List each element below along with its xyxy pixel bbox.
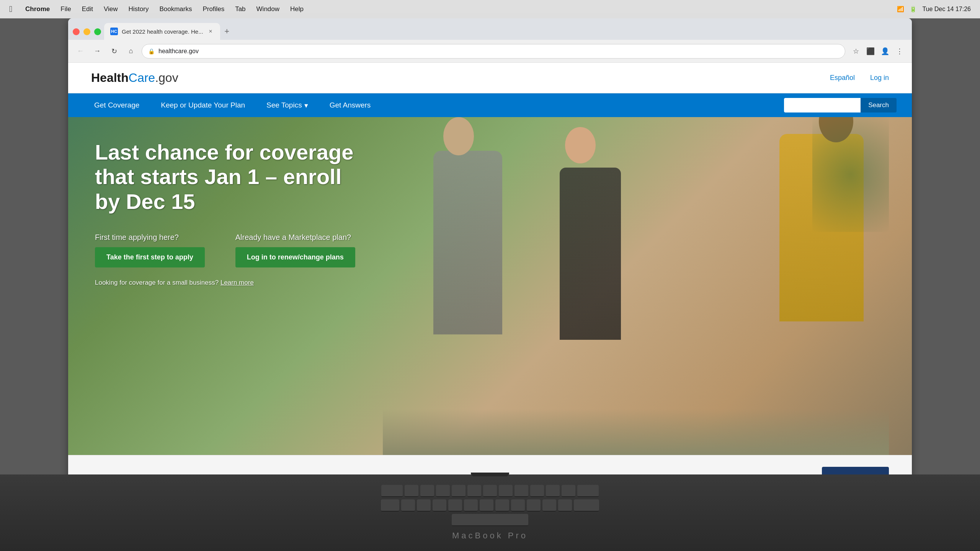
lock-icon: 🔒	[148, 48, 155, 54]
bookmark-star-icon[interactable]: ☆	[850, 45, 862, 57]
menubar-right: 📶 🔋 Tue Dec 14 17:26	[897, 6, 971, 13]
nav-get-answers[interactable]: Get Answers	[319, 93, 382, 117]
key	[530, 485, 544, 497]
existing-plan-label: Already have a Marketplace plan?	[235, 233, 355, 242]
logo-care: Care	[129, 71, 155, 85]
small-business-learn-more-link[interactable]: Learn more	[220, 279, 254, 286]
nav-see-topics[interactable]: See Topics ▾	[256, 93, 319, 117]
key	[514, 485, 528, 497]
back-button[interactable]: ←	[74, 45, 87, 57]
browser-window: HC Get 2022 health coverage. He... ✕ + ←…	[68, 18, 912, 500]
login-link[interactable]: Log in	[870, 74, 889, 82]
site-header: HealthCare.gov Español Log in	[68, 63, 912, 93]
key	[546, 485, 560, 497]
window-controls	[73, 28, 104, 40]
address-bar[interactable]: 🔒 healthcare.gov	[142, 44, 845, 59]
close-window-btn[interactable]	[73, 28, 80, 35]
menubar-edit[interactable]: Edit	[77, 4, 98, 15]
wifi-icon: 📶	[897, 6, 904, 13]
address-text: healthcare.gov	[158, 48, 199, 55]
key	[464, 499, 478, 512]
key	[483, 485, 497, 497]
maximize-window-btn[interactable]	[94, 28, 101, 35]
extensions-icon[interactable]: ⬛	[864, 45, 877, 57]
search-button[interactable]: Search	[861, 98, 897, 112]
tab-bar: HC Get 2022 health coverage. He... ✕ +	[68, 18, 912, 40]
menubar-clock: Tue Dec 14 17:26	[922, 6, 971, 13]
tab-title-text: Get 2022 health coverage. He...	[122, 28, 203, 35]
menubar-chrome[interactable]: Chrome	[20, 4, 55, 15]
menu-icon[interactable]: ⋮	[893, 45, 906, 57]
spacebar-key	[452, 514, 528, 526]
logo-health: Health	[91, 71, 129, 85]
menubar-history[interactable]: History	[123, 4, 154, 15]
menubar-view[interactable]: View	[98, 4, 123, 15]
key	[405, 485, 418, 497]
key	[574, 499, 599, 512]
search-input[interactable]	[784, 98, 861, 112]
profile-icon[interactable]: 👤	[879, 45, 891, 57]
key	[436, 485, 450, 497]
key	[558, 499, 572, 512]
home-button[interactable]: ⌂	[125, 45, 137, 57]
search-bar: Search	[784, 98, 897, 112]
site-nav: Get Coverage Keep or Update Your Plan Se…	[68, 93, 912, 117]
key	[480, 499, 493, 512]
key	[499, 485, 513, 497]
reload-button[interactable]: ↻	[108, 45, 120, 57]
key	[577, 485, 599, 497]
chevron-down-icon: ▾	[304, 101, 308, 110]
key	[381, 499, 399, 512]
key	[511, 499, 525, 512]
menubar-help[interactable]: Help	[285, 4, 309, 15]
apple-menu[interactable]: 	[9, 4, 12, 14]
key	[527, 499, 541, 512]
hero-cta-row: First time applying here? Take the first…	[95, 233, 885, 267]
tab-close-btn[interactable]: ✕	[207, 28, 214, 35]
key	[381, 485, 403, 497]
keyboard-area: MacBook Pro	[0, 474, 980, 551]
new-tab-btn[interactable]: +	[220, 26, 234, 40]
nav-actions: ☆ ⬛ 👤 ⋮	[850, 45, 906, 57]
login-renew-button[interactable]: Log in to renew/change plans	[235, 247, 355, 267]
menubar-tab[interactable]: Tab	[230, 4, 251, 15]
key	[448, 499, 462, 512]
macbook-pro-label: MacBook Pro	[452, 531, 528, 541]
site-header-links: Español Log in	[830, 74, 889, 82]
key	[495, 499, 509, 512]
hero-section: Last chance for coverage that starts Jan…	[68, 117, 912, 455]
menubar-profiles[interactable]: Profiles	[197, 4, 230, 15]
macos-menubar:  Chrome File Edit View History Bookmark…	[0, 0, 980, 18]
keyboard-row-1	[381, 485, 599, 497]
key	[467, 485, 481, 497]
minimize-window-btn[interactable]	[83, 28, 90, 35]
active-tab[interactable]: HC Get 2022 health coverage. He... ✕	[104, 23, 220, 40]
hero-content: Last chance for coverage that starts Jan…	[68, 117, 912, 310]
espanol-link[interactable]: Español	[830, 74, 855, 82]
first-step-button[interactable]: Take the first step to apply	[95, 247, 205, 267]
battery-icon: 🔋	[910, 6, 917, 13]
keyboard-row-3	[452, 514, 528, 526]
menubar-bookmarks[interactable]: Bookmarks	[154, 4, 197, 15]
website-content: HealthCare.gov Español Log in Get Covera…	[68, 63, 912, 500]
forward-button[interactable]: →	[91, 45, 103, 57]
logo-gov: .gov	[155, 71, 178, 85]
tab-favicon: HC	[110, 28, 118, 35]
menubar-file[interactable]: File	[55, 4, 76, 15]
key	[452, 485, 466, 497]
nav-keep-update[interactable]: Keep or Update Your Plan	[150, 93, 256, 117]
key	[401, 499, 415, 512]
key	[433, 499, 446, 512]
menubar-window[interactable]: Window	[251, 4, 285, 15]
browser-nav-bar: ← → ↻ ⌂ 🔒 healthcare.gov ☆ ⬛ 👤 ⋮	[68, 40, 912, 63]
key	[417, 499, 431, 512]
keyboard-row-2	[381, 499, 599, 512]
small-business-text: Looking for coverage for a small busines…	[95, 279, 885, 287]
screen-notch	[471, 473, 509, 476]
menubar-items: Chrome File Edit View History Bookmarks …	[20, 4, 897, 15]
first-time-label: First time applying here?	[95, 233, 205, 242]
hero-title: Last chance for coverage that starts Jan…	[95, 140, 355, 214]
site-logo: HealthCare.gov	[91, 71, 830, 85]
hero-cta-first-time: First time applying here? Take the first…	[95, 233, 205, 267]
nav-get-coverage[interactable]: Get Coverage	[83, 93, 150, 117]
